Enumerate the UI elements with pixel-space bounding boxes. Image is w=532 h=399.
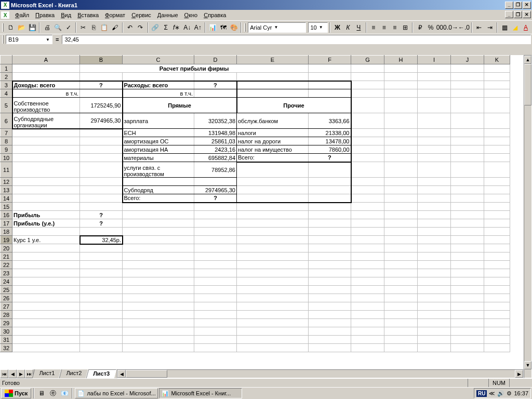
cell-C13[interactable]: Субподряд [123,186,194,194]
cell-D13[interactable]: 2974965,30 [194,186,237,194]
row-header-30[interactable]: 30 [1,327,12,336]
cell-D10[interactable]: 695882,84 [194,154,237,162]
cell-E5[interactable]: Прочие [237,98,351,113]
cell-K19[interactable] [484,236,510,244]
cell-D3[interactable]: ? [194,81,237,89]
cell-C5[interactable]: Прямые [123,98,237,113]
cell-F4[interactable] [309,89,351,98]
cell-G18[interactable] [351,228,384,236]
cell-I15[interactable] [418,203,451,211]
cell-J7[interactable] [451,129,484,137]
autosum-button[interactable]: Σ [161,22,171,33]
cell-D23[interactable] [194,269,237,277]
cell-C22[interactable] [123,261,194,269]
cell-H12[interactable] [384,178,418,186]
cell-D4[interactable] [194,89,237,98]
cell-J31[interactable] [451,336,484,344]
cell-K3[interactable] [484,81,510,89]
cell-D16[interactable] [194,211,237,219]
cell-E20[interactable] [237,244,309,252]
cell-I10[interactable] [418,154,451,162]
cell-D8[interactable]: 25861,03 [194,137,237,145]
align-right-button[interactable]: ≡ [390,22,400,33]
cell-J29[interactable] [451,319,484,327]
cell-I23[interactable] [418,269,451,277]
cell-E24[interactable] [237,277,309,286]
cell-A23[interactable] [12,269,80,277]
tray-icon[interactable]: ≪ [489,390,495,397]
cell-H25[interactable] [384,286,418,294]
cell-F30[interactable] [309,327,351,336]
cell-G7[interactable] [351,129,384,137]
vertical-scrollbar[interactable]: ▲ ▼ [524,55,532,378]
cell-K13[interactable] [484,186,510,194]
cell-K20[interactable] [484,244,510,252]
cell-I21[interactable] [418,252,451,261]
row-header-21[interactable]: 21 [1,252,12,261]
cell-E26[interactable] [237,294,309,302]
cell-F18[interactable] [309,228,351,236]
cell-F23[interactable] [309,269,351,277]
cell-A25[interactable] [12,286,80,294]
cell-E14[interactable] [237,194,309,203]
cell-K21[interactable] [484,252,510,261]
cell-D18[interactable] [194,228,237,236]
chart-button[interactable]: 📊 [207,22,218,33]
sheet-tab-Лист1[interactable]: Лист1 [32,369,62,378]
percent-button[interactable]: % [425,22,436,33]
cell-A8[interactable] [12,137,80,145]
comma-button[interactable]: 000 [436,22,446,33]
col-header-D[interactable]: D [194,56,237,64]
cell-D24[interactable] [194,277,237,286]
col-header-B[interactable]: B [80,56,123,64]
cell-F17[interactable] [309,219,351,228]
cell-D2[interactable] [194,73,237,81]
cell-K18[interactable] [484,228,510,236]
close-button[interactable]: ✕ [523,2,531,9]
cell-G13[interactable] [351,186,384,194]
cell-H23[interactable] [384,269,418,277]
cell-E11[interactable] [237,162,309,178]
first-sheet-button[interactable]: ⏮ [0,369,8,378]
cell-A9[interactable] [12,145,80,154]
row-header-5[interactable]: 5 [1,98,12,113]
cell-E23[interactable] [237,269,309,277]
cell-C24[interactable] [123,277,194,286]
cell-D26[interactable] [194,294,237,302]
inc-decimal-button[interactable]: .0→ [447,22,458,33]
cell-H9[interactable] [384,145,418,154]
cell-G14[interactable] [351,194,384,203]
cell-I11[interactable] [418,162,451,178]
cell-K7[interactable] [484,129,510,137]
dec-indent-button[interactable]: ⇤ [474,22,484,33]
cell-F25[interactable] [309,286,351,294]
row-header-19[interactable]: 19 [1,236,12,244]
cell-A32[interactable] [12,344,80,352]
menu-правка[interactable]: Правка [32,11,58,19]
cell-J23[interactable] [451,269,484,277]
menu-вставка[interactable]: Вставка [74,11,102,19]
cell-E29[interactable] [237,319,309,327]
quicklaunch-ie-icon[interactable]: ⓔ [48,388,58,398]
col-header-I[interactable]: I [418,56,451,64]
cell-I26[interactable] [418,294,451,302]
cell-I32[interactable] [418,344,451,352]
cell-K2[interactable] [484,73,510,81]
cell-I19[interactable] [418,236,451,244]
clock[interactable]: 16:37 [514,390,528,396]
cell-G11[interactable] [351,162,384,178]
align-left-button[interactable]: ≡ [368,22,379,33]
next-sheet-button[interactable]: ▶ [17,369,25,378]
cell-J22[interactable] [451,261,484,269]
cell-I13[interactable] [418,186,451,194]
cell-I29[interactable] [418,319,451,327]
cell-D17[interactable] [194,219,237,228]
col-header-F[interactable]: F [309,56,351,64]
cell-K1[interactable] [484,64,510,73]
cell-C3[interactable]: Расходы: всего [123,81,194,89]
cell-J13[interactable] [451,186,484,194]
scroll-thumb[interactable] [524,64,531,105]
cell-K12[interactable] [484,178,510,186]
cell-C23[interactable] [123,269,194,277]
cell-B14[interactable] [80,194,123,203]
